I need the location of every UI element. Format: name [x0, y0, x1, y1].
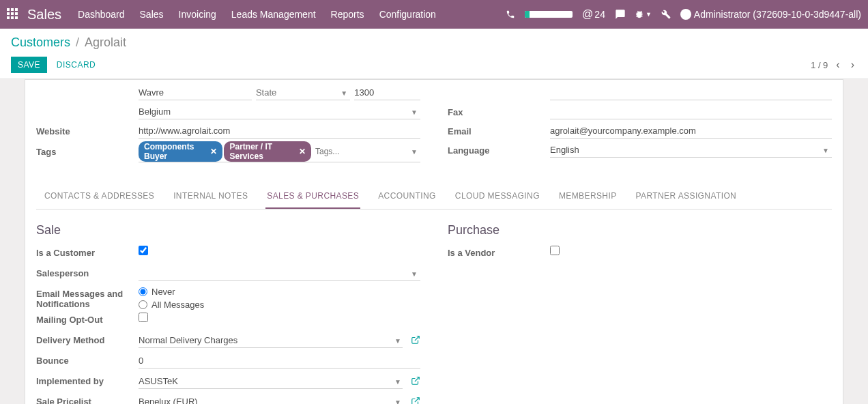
- pager-prev[interactable]: ‹: [833, 59, 842, 71]
- user-name: Administrator (372609-10-0-3d9447-all): [694, 9, 861, 20]
- tab-accounting[interactable]: ACCOUNTING: [377, 184, 437, 209]
- notif-label: Email Messages and Notifications: [36, 287, 139, 309]
- pager: 1 / 9 ‹ ›: [811, 59, 857, 71]
- breadcrumb-current: Agrolait: [85, 35, 126, 50]
- top-navbar: Sales Dashboard Sales Invoicing Leads Ma…: [0, 0, 868, 29]
- at-count: 24: [594, 9, 605, 20]
- phone-icon[interactable]: [506, 10, 515, 19]
- external-link-icon[interactable]: [411, 376, 420, 388]
- nav-right: @24 ▼ Administrator (372609-10-0-3d9447-…: [506, 8, 861, 20]
- svg-line-0: [415, 336, 419, 340]
- form-right-col: Fax Email Language ▼: [448, 84, 832, 164]
- external-link-icon[interactable]: [411, 335, 420, 347]
- svg-line-2: [415, 397, 419, 401]
- breadcrumb-parent[interactable]: Customers: [11, 35, 70, 50]
- pager-next[interactable]: ›: [848, 59, 857, 71]
- bounce-field[interactable]: [139, 354, 420, 369]
- tab-contacts[interactable]: CONTACTS & ADDRESSES: [43, 184, 156, 209]
- is-vendor-label: Is a Vendor: [448, 246, 550, 258]
- nav-config[interactable]: Configuration: [379, 9, 436, 20]
- purchase-section: Purchase Is a Vendor: [448, 223, 832, 404]
- purchase-heading: Purchase: [448, 223, 832, 237]
- fax-field[interactable]: [550, 104, 832, 119]
- notif-all-radio[interactable]: All Messages: [139, 300, 204, 310]
- tags-label: Tags: [36, 147, 139, 157]
- nav-dashboard[interactable]: Dashboard: [78, 9, 125, 20]
- email-field[interactable]: [550, 124, 832, 139]
- chat-icon[interactable]: [615, 9, 626, 20]
- avatar-icon: [680, 9, 691, 20]
- delivery-label: Delivery Method: [36, 333, 139, 345]
- sale-section: Sale Is a Customer Salesperson ▼ Email M…: [36, 223, 420, 404]
- optout-label: Mailing Opt-Out: [36, 313, 139, 325]
- tag-pill[interactable]: Partner / IT Services✕: [224, 141, 311, 162]
- apps-icon[interactable]: [7, 8, 19, 20]
- delivery-field[interactable]: [139, 333, 403, 348]
- tags-input[interactable]: [313, 145, 420, 158]
- user-menu[interactable]: Administrator (372609-10-0-3d9447-all): [680, 9, 861, 20]
- breadcrumb-sep: /: [76, 35, 79, 50]
- progress-bar[interactable]: [525, 11, 573, 18]
- nav-brand[interactable]: Sales: [27, 7, 61, 23]
- nav-invoicing[interactable]: Invoicing: [179, 9, 216, 20]
- form-sheet: ▼ ▼ Website: [25, 79, 843, 404]
- wrench-icon[interactable]: [661, 10, 671, 19]
- tab-membership[interactable]: MEMBERSHIP: [558, 184, 618, 209]
- is-vendor-checkbox[interactable]: [550, 246, 560, 255]
- tab-notes[interactable]: INTERNAL NOTES: [172, 184, 249, 209]
- implemented-field[interactable]: [139, 374, 403, 389]
- salesperson-field[interactable]: [139, 266, 420, 281]
- country-field[interactable]: [139, 104, 420, 119]
- breadcrumb: Customers / Agrolait: [11, 35, 857, 50]
- website-field[interactable]: [139, 124, 420, 139]
- language-field[interactable]: [550, 143, 832, 158]
- pager-value: 1 / 9: [811, 60, 828, 70]
- pricelist-field[interactable]: [139, 394, 403, 404]
- is-customer-checkbox[interactable]: [139, 246, 148, 255]
- tab-pane: Sale Is a Customer Salesperson ▼ Email M…: [36, 210, 832, 404]
- email-label: Email: [448, 126, 550, 136]
- svg-line-1: [415, 377, 419, 381]
- phone2-field[interactable]: [550, 85, 832, 100]
- form-left-col: ▼ ▼ Website: [36, 84, 420, 164]
- save-button[interactable]: SAVE: [11, 57, 47, 73]
- optout-checkbox[interactable]: [139, 313, 148, 322]
- tag-pill[interactable]: Components Buyer✕: [139, 141, 222, 162]
- zip-field[interactable]: [354, 85, 420, 100]
- sale-heading: Sale: [36, 223, 420, 237]
- tag-remove-icon[interactable]: ✕: [210, 147, 217, 156]
- notif-never-radio[interactable]: Never: [139, 287, 204, 297]
- nav-sales[interactable]: Sales: [140, 9, 164, 20]
- at-icon[interactable]: @24: [582, 8, 605, 20]
- language-label: Language: [448, 145, 550, 156]
- main-area: ▼ ▼ Website: [0, 79, 868, 404]
- tab-assignation[interactable]: PARTNER ASSIGNATION: [635, 184, 738, 209]
- control-panel: Customers / Agrolait SAVE DISCARD 1 / 9 …: [0, 29, 868, 79]
- is-customer-label: Is a Customer: [36, 246, 139, 258]
- tab-sales-purchases[interactable]: SALES & PURCHASES: [265, 184, 360, 209]
- nav-reports[interactable]: Reports: [331, 9, 364, 20]
- bounce-label: Bounce: [36, 354, 139, 366]
- fax-label: Fax: [448, 107, 550, 117]
- nav-leads[interactable]: Leads Management: [231, 9, 316, 20]
- bug-icon[interactable]: ▼: [635, 10, 652, 19]
- tag-remove-icon[interactable]: ✕: [299, 147, 306, 156]
- website-label: Website: [36, 126, 139, 136]
- salesperson-label: Salesperson: [36, 266, 139, 278]
- pricelist-label: Sale Pricelist: [36, 394, 139, 404]
- city-field[interactable]: [139, 85, 252, 100]
- state-field[interactable]: [256, 85, 350, 100]
- implemented-label: Implemented by: [36, 374, 139, 386]
- nav-menu: Dashboard Sales Invoicing Leads Manageme…: [78, 9, 436, 20]
- tab-bar: CONTACTS & ADDRESSES INTERNAL NOTES SALE…: [36, 184, 832, 210]
- tab-cloud[interactable]: CLOUD MESSAGING: [454, 184, 541, 209]
- discard-button[interactable]: DISCARD: [50, 57, 103, 73]
- external-link-icon[interactable]: [411, 396, 420, 405]
